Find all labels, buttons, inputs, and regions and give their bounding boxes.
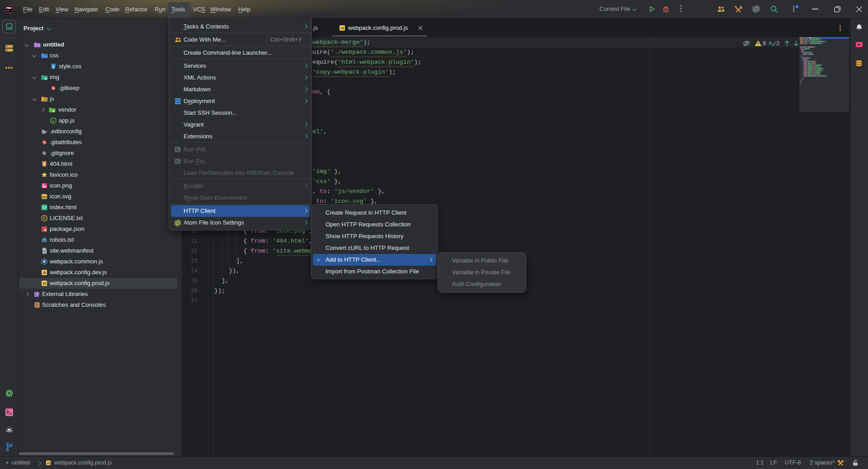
svg-text:JS: JS: [42, 271, 47, 274]
svg-text:css: css: [44, 56, 48, 58]
svg-text:js: js: [52, 119, 55, 123]
svg-text:JS: JS: [42, 282, 47, 285]
svg-text:js: js: [44, 99, 47, 102]
svg-text:3: 3: [52, 65, 54, 68]
svg-text:5: 5: [43, 163, 45, 166]
svg-text:C: C: [43, 216, 46, 220]
svg-text:A: A: [769, 40, 772, 46]
svg-text:JS: JS: [47, 462, 50, 464]
svg-text:JS: JS: [340, 27, 344, 30]
